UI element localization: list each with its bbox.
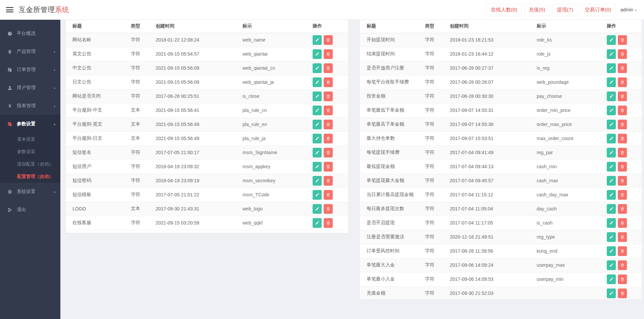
delete-button[interactable] [618,63,627,73]
delete-button[interactable] [324,162,333,172]
delete-button[interactable] [324,120,333,129]
header-link-trade-orders[interactable]: 交易订单(0) [580,4,615,16]
edit-button[interactable] [607,176,616,186]
sidebar-subitem[interactable]: 添加配置（勿动） [0,158,60,170]
delete-button[interactable] [618,162,627,172]
cell-title: LOGO [66,202,130,216]
sidebar-item-system-settings[interactable]: 系统设置▸ [0,183,60,201]
delete-button[interactable] [618,91,627,101]
sidebar-subitem[interactable]: 参数设置 [0,145,60,158]
delete-button[interactable] [324,63,333,73]
edit-button[interactable] [607,190,616,200]
edit-button[interactable] [607,134,616,143]
delete-button[interactable] [618,35,627,45]
edit-button[interactable] [607,148,616,157]
row-actions [606,75,642,89]
edit-button[interactable] [607,274,616,284]
delete-button[interactable] [324,176,333,186]
edit-button[interactable] [607,49,616,59]
edit-button[interactable] [313,204,322,214]
edit-button[interactable] [607,246,616,256]
trash-icon [620,207,625,211]
edit-button[interactable] [607,63,616,73]
delete-button[interactable] [618,148,627,157]
edit-button[interactable] [313,106,322,115]
delete-button[interactable] [324,190,333,200]
cell-type: 字符 [425,75,449,89]
sidebar-item-user-management[interactable]: 用户管理▸ [0,79,60,97]
edit-button[interactable] [313,190,322,200]
delete-button[interactable] [324,218,333,228]
edit-button[interactable] [313,77,322,87]
cell-title: 中文公告 [66,61,130,75]
delete-button[interactable] [618,204,627,214]
delete-button[interactable] [618,120,627,129]
delete-button[interactable] [618,274,627,284]
cell-created: 2021-09-15 05:56:09 [155,75,242,89]
table-row: 注册是否需要激活字符2020-12-18 21:49:51reg_type [360,230,642,244]
delete-button[interactable] [324,91,333,101]
edit-button[interactable] [607,232,616,242]
cell-created: 2017-06-28 00:28:07 [449,75,536,89]
sidebar-item-parameter-settings[interactable]: 参数设置▸ [0,115,60,133]
delete-button[interactable] [324,106,333,115]
table-row: 订单受风控时间字符2017-08-26 11:39:56kong_end [360,244,642,258]
cell-mark: is_close [242,89,312,103]
sidebar-subitem[interactable]: 基本设置 [0,133,60,145]
sidebar-item-platform-overview[interactable]: 平台概况 [0,24,60,43]
edit-button[interactable] [313,162,322,172]
pencil-icon [609,207,613,211]
delete-button[interactable] [618,232,627,242]
edit-button[interactable] [607,120,616,129]
sidebar-item-logout[interactable]: 退出 [0,201,60,219]
delete-button[interactable] [324,148,333,157]
edit-button[interactable] [607,91,616,101]
edit-button[interactable] [313,148,322,157]
edit-button[interactable] [607,218,616,228]
edit-button[interactable] [313,35,322,45]
delete-button[interactable] [618,134,627,143]
edit-button[interactable] [313,120,322,129]
delete-button[interactable] [324,204,333,214]
edit-button[interactable] [607,35,616,45]
header-link-recharge[interactable]: 充值(5) [524,4,550,16]
edit-button[interactable] [607,162,616,172]
delete-button[interactable] [618,49,627,59]
user-menu[interactable]: admin▾ [621,7,637,12]
edit-button[interactable] [313,63,322,73]
edit-button[interactable] [607,289,616,298]
header-link-online-users[interactable]: 在线人数(0) [486,4,522,16]
edit-button[interactable] [607,77,616,87]
header-link-withdraw[interactable]: 提现(7) [552,4,578,16]
edit-button[interactable] [313,176,322,186]
sidebar-item-order-management[interactable]: 订单管理▸ [0,61,60,79]
delete-button[interactable] [618,190,627,200]
edit-button[interactable] [313,134,322,143]
delete-button[interactable] [618,289,627,298]
sidebar-item-product-management[interactable]: ฿产品管理▸ [0,43,60,61]
delete-button[interactable] [618,260,627,270]
edit-button[interactable] [607,204,616,214]
delete-button[interactable] [324,49,333,59]
edit-button[interactable] [313,91,322,101]
cell-title: 最大持仓单数 [360,131,425,145]
delete-button[interactable] [324,134,333,143]
edit-button[interactable] [313,49,322,59]
delete-button[interactable] [618,176,627,186]
edit-button[interactable] [607,260,616,270]
edit-button[interactable] [607,106,616,115]
sidebar-item-report-management[interactable]: ¥报表管理▸ [0,97,60,115]
cell-mark: web_qiantai_cn [242,61,312,75]
row-actions [312,174,348,188]
edit-button[interactable] [313,218,322,228]
delete-button[interactable] [324,77,333,87]
delete-button[interactable] [324,35,333,45]
delete-button[interactable] [618,106,627,115]
sidebar-subitem[interactable]: 配置管理（勿动） [0,170,60,183]
hamburger-menu-icon[interactable] [6,6,13,14]
cell-title: 订单受风控时间 [360,244,425,258]
delete-button[interactable] [618,77,627,87]
app-logo[interactable]: 互金所管理系统 [19,5,69,14]
delete-button[interactable] [618,246,627,256]
delete-button[interactable] [618,218,627,228]
